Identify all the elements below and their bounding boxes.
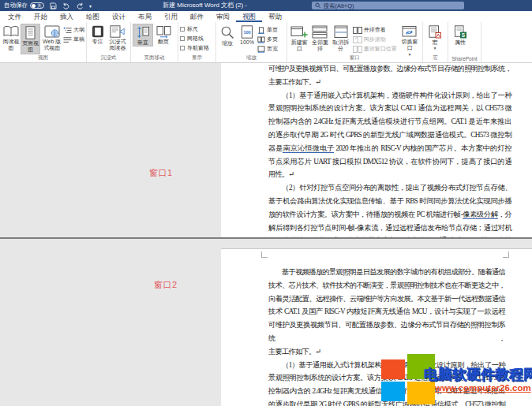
search-box[interactable] bbox=[312, 2, 464, 9]
one-page-button[interactable]: 单页 bbox=[257, 25, 278, 35]
svg-text:100: 100 bbox=[243, 30, 250, 35]
properties-icon: S bbox=[453, 25, 467, 39]
document-line: 向着灵活配置、远程操作、云端维护等方向发展。本文基于新一代远程数据通信 bbox=[268, 292, 505, 306]
page-width-icon bbox=[257, 46, 265, 53]
zoom-100-icon: 100 bbox=[240, 25, 254, 39]
group-label-window: 窗口 bbox=[287, 54, 422, 61]
document-line: 用性。↵ bbox=[268, 168, 511, 181]
ribbon-group-window: 新建窗口 全部重排 取消拆分 并排查看 同步滚动 重设窗口位置 bbox=[287, 22, 423, 62]
reset-position-icon bbox=[353, 46, 362, 53]
immersive-reader-icon bbox=[110, 25, 126, 38]
autosave-toggle[interactable]: 关 bbox=[30, 2, 44, 9]
side-by-side-icon bbox=[353, 27, 362, 34]
group-label-zoom: 缩放 bbox=[216, 54, 287, 61]
ruler-checkbox[interactable]: 标尺 bbox=[180, 24, 209, 34]
gridlines-checkbox[interactable]: 网格线 bbox=[180, 34, 209, 43]
view-side-by-side-button[interactable]: 并排查看 bbox=[353, 25, 397, 35]
focus-icon bbox=[92, 25, 104, 38]
window-title: 新建 Microsoft Word 文档 (2) - bbox=[163, 0, 247, 11]
group-label-sharepoint: SharePoint bbox=[448, 56, 481, 61]
tab-review[interactable]: 审阅 bbox=[210, 11, 236, 22]
print-layout-button[interactable]: 页面视图 bbox=[21, 24, 40, 54]
ribbon-group-zoom: 缩放 100 100% 单页 多页 页宽 缩放 bbox=[216, 22, 287, 62]
side-to-side-button[interactable]: 翻页 bbox=[153, 24, 174, 45]
one-page-icon bbox=[257, 27, 265, 34]
document-line: 节点采用芯片 UART 接口模拟 DMX512 协议，在软件协同下，提高了接口的… bbox=[268, 155, 511, 169]
macros-button[interactable]: 宏 ▼ bbox=[425, 24, 445, 50]
tab-mailings[interactable]: 邮件 bbox=[184, 11, 210, 22]
autosave-state: 关 bbox=[37, 3, 42, 9]
arrange-all-button[interactable]: 全部重排 bbox=[309, 24, 330, 53]
window-stack: 并排查看 同步滚动 重设窗口位置 bbox=[353, 25, 397, 54]
zoom-button[interactable]: 缩放 bbox=[218, 24, 237, 47]
tab-view[interactable]: 视图 bbox=[236, 11, 262, 22]
navigation-pane-checkbox[interactable]: 导航窗格 bbox=[180, 43, 209, 53]
document-text-window1: 可维护及更换视频节目、可配置播放参数、边缘分布式节目存储的照明控制系统， 主要工… bbox=[268, 63, 511, 237]
watermark-square-yellow-icon bbox=[407, 382, 435, 404]
multiple-pages-icon bbox=[257, 36, 265, 43]
switch-windows-button[interactable]: 切换窗口 ▼ bbox=[399, 24, 421, 57]
ribbon: 阅读视图 页面视图 Web 版式视图 大纲 草稿 视图 专注 bbox=[0, 22, 532, 63]
ribbon-group-views: 阅读视图 页面视图 Web 版式视图 大纲 草稿 视图 bbox=[0, 22, 87, 62]
watermark-site-name: 电脑软硬件教程网 bbox=[424, 365, 532, 384]
document-line: （1）基于通用嵌入式计算机架构，遵循硬件构件化设计原则，给出了一种 bbox=[268, 89, 511, 102]
multiple-pages-button[interactable]: 多页 bbox=[257, 35, 278, 44]
tab-draw[interactable]: 绘图 bbox=[80, 11, 106, 22]
document-line: 基于视频播放的景观照明是日益发展的数字城市的有机组成部分。随着通信 bbox=[268, 266, 505, 279]
tab-layout[interactable]: 布局 bbox=[132, 11, 158, 22]
group-label-views: 视图 bbox=[0, 54, 86, 61]
undo-button[interactable] bbox=[62, 2, 70, 9]
document-line: 景观照明控制系统的设计方案。该方案以 CAT.1 通信为远程网关，以 CH573… bbox=[268, 102, 511, 115]
redo-button[interactable] bbox=[76, 2, 84, 9]
macros-icon bbox=[428, 25, 442, 39]
side-to-side-icon bbox=[156, 25, 171, 38]
tab-references[interactable]: 引用 bbox=[158, 11, 184, 22]
arrange-all-icon bbox=[312, 25, 328, 39]
search-input[interactable] bbox=[324, 2, 461, 9]
draft-view-button[interactable]: 草稿 bbox=[63, 35, 84, 44]
zoom-stack: 单页 多页 页宽 bbox=[257, 25, 278, 54]
outline-view-button[interactable]: 大纲 bbox=[63, 25, 84, 35]
ribbon-tab-row: 文件 开始 插入 绘图 设计 布局 引用 邮件 审阅 视图 帮助 bbox=[0, 11, 532, 22]
save-button[interactable] bbox=[50, 2, 57, 9]
save-icon bbox=[50, 2, 57, 9]
document-line: 基于机会路由算法优化实现信息传输、基于 RBS 时间同步算法优化实现同步播 bbox=[268, 195, 511, 208]
tab-file[interactable]: 文件 bbox=[2, 11, 28, 22]
annotation-window1-label: 窗口1 bbox=[149, 167, 173, 179]
new-window-button[interactable]: 新建窗口 bbox=[289, 24, 309, 53]
document-line: 的逐步取代早期 2G 时代 GPRS 的新型无线广域网数据通信模式。CH573 … bbox=[268, 129, 511, 142]
remove-split-icon bbox=[333, 25, 349, 39]
search-icon bbox=[315, 2, 321, 9]
chevron-down-icon: ▼ bbox=[433, 47, 437, 50]
web-layout-icon bbox=[44, 25, 60, 38]
focus-button[interactable]: 专注 bbox=[88, 24, 107, 45]
svg-text:S: S bbox=[462, 32, 466, 38]
read-mode-icon bbox=[2, 25, 20, 38]
web-layout-button[interactable]: Web 版式视图 bbox=[40, 24, 63, 52]
group-label-immersive: 沉浸式 bbox=[87, 54, 130, 61]
split-bar[interactable] bbox=[0, 237, 532, 243]
immersive-reader-button[interactable]: 沉浸式阅读器 bbox=[107, 24, 129, 52]
tab-design[interactable]: 设计 bbox=[106, 11, 132, 22]
group-label-macros: 宏 bbox=[423, 54, 448, 61]
switch-windows-icon bbox=[401, 25, 418, 38]
tab-insert[interactable]: 插入 bbox=[54, 11, 80, 22]
tab-help[interactable]: 帮助 bbox=[262, 11, 288, 22]
group-label-show: 显示 bbox=[178, 54, 215, 61]
tab-home[interactable]: 开始 bbox=[28, 11, 54, 22]
document-line: 放的软件设计方案。该方案中，待播放的视频在 PC 机端进行帧-像素级分解，分 bbox=[268, 208, 511, 222]
vertical-movement-button[interactable]: 垂直 bbox=[133, 24, 153, 47]
document-line: 技术、芯片技术、软件技术的不断演变，景观照明控制技术也在不断更迭之中， bbox=[268, 279, 505, 292]
page-width-button[interactable]: 页宽 bbox=[257, 44, 278, 54]
remove-split-button[interactable]: 取消拆分 bbox=[331, 24, 351, 53]
annotation-window2-label: 窗口2 bbox=[154, 279, 178, 291]
properties-button[interactable]: S 属性 bbox=[450, 24, 470, 46]
read-mode-button[interactable]: 阅读视图 bbox=[2, 24, 21, 52]
text-boundary-mark-right-icon bbox=[503, 251, 509, 258]
ribbon-group-show: 标尺 网格线 导航窗格 显示 bbox=[178, 22, 216, 62]
document-pane-1[interactable]: 可维护及更换视频节目、可配置播放参数、边缘分布式节目存储的照明控制系统， 主要工… bbox=[0, 63, 532, 237]
sync-scrolling-icon bbox=[353, 36, 362, 43]
customize-quick-access-button[interactable]: ▾ bbox=[89, 3, 92, 9]
zoom-100-button[interactable]: 100 100% bbox=[237, 24, 257, 46]
draft-icon bbox=[63, 36, 72, 43]
